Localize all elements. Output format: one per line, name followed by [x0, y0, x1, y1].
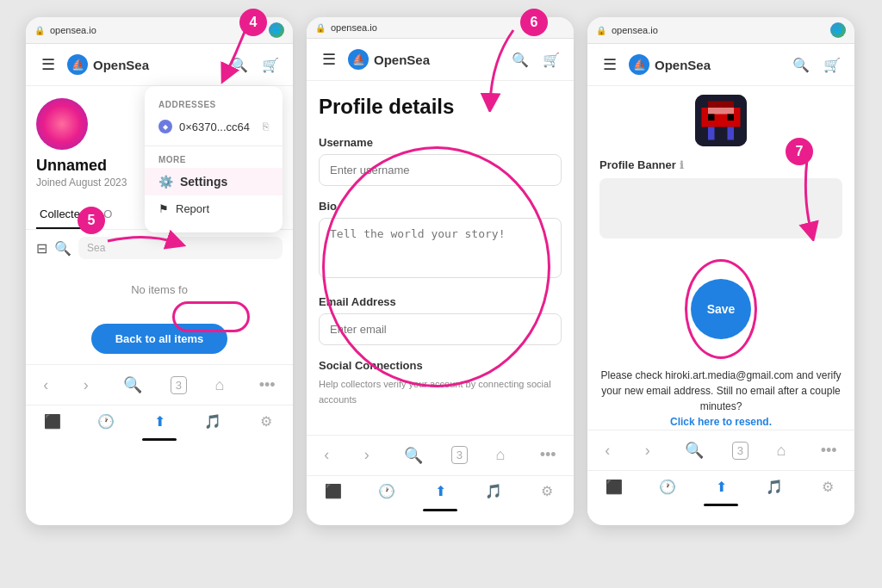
forward-nav-icon-2[interactable]: › — [357, 443, 376, 467]
search-nav-icon-3[interactable]: 🔍 — [678, 437, 711, 463]
bio-label: Bio — [319, 200, 562, 213]
report-menu-item[interactable]: ⚑ Report — [145, 195, 283, 222]
profile-banner-section: Profile Banner ℹ — [587, 146, 854, 251]
search-box-1[interactable]: Sea — [78, 237, 283, 259]
bio-group: Bio — [319, 200, 562, 282]
settings-icon: ⚙️ — [158, 175, 173, 189]
brand-label-1: OpenSea — [93, 58, 149, 72]
clock-tab-icon-3[interactable]: 🕐 — [657, 476, 678, 497]
nft-avatar-wrapper — [587, 86, 854, 146]
badge-nav-icon-2[interactable]: 3 — [451, 446, 468, 464]
cart-icon-nav-1[interactable]: 🛒 — [258, 53, 283, 77]
filter-icon-1[interactable]: ⊟ — [36, 240, 47, 257]
back-nav-icon-3[interactable]: ‹ — [598, 438, 617, 463]
profile-details-form: Profile details Username Bio Email Addre… — [307, 81, 574, 435]
music-tab-icon-3[interactable]: 🎵 — [764, 476, 785, 497]
page-wrapper: 4 🔒 opensea.io 🌐 ☰ ⛵ Open — [0, 0, 882, 588]
page-title-2: Profile details — [319, 95, 562, 119]
screen3-wrapper: 7 🔒 opensea.io 🌐 ☰ ⛵ Open — [587, 17, 854, 525]
settings-menu-item[interactable]: ⚙️ Settings — [145, 168, 283, 195]
lock-icon-1: 🔒 — [34, 26, 45, 35]
more-nav-icon-3[interactable]: ••• — [814, 438, 844, 463]
more-nav-icon[interactable]: ••• — [252, 373, 283, 398]
brand-label-3: OpenSea — [655, 58, 711, 72]
camera-tab-icon-2[interactable]: ⬛ — [323, 481, 344, 502]
email-confirm-text: Please check hiroki.art.media@gmail.com … — [587, 368, 854, 430]
search-row-1: ⊟ 🔍 Sea — [26, 230, 293, 266]
resend-link[interactable]: Click here to resend. — [670, 416, 772, 428]
search-icon-nav-1[interactable]: 🔍 — [227, 53, 252, 77]
forward-nav-icon[interactable]: › — [77, 373, 96, 398]
brand-label-2: OpenSea — [374, 53, 430, 67]
upload-tab-icon-3[interactable]: ⬆ — [711, 476, 731, 497]
browser-url-3: opensea.io — [612, 25, 825, 35]
search-icon-1[interactable]: 🔍 — [54, 240, 71, 257]
hamburger-icon-3[interactable]: ☰ — [598, 53, 622, 77]
search-icon-nav-2[interactable]: 🔍 — [508, 47, 532, 71]
tab-bar-indicator-2 — [423, 509, 457, 511]
home-nav-icon-3[interactable]: ⌂ — [769, 438, 792, 463]
svg-rect-5 — [728, 115, 735, 121]
lock-icon-2: 🔒 — [315, 23, 326, 33]
address-item[interactable]: ◆ 0×6370...cc64 ⎘ — [145, 113, 283, 140]
opensea-logo-icon-2: ⛵ — [348, 49, 369, 70]
dropdown-divider-1 — [145, 145, 283, 146]
back-to-all-items-button[interactable]: Back to all items — [91, 324, 228, 354]
camera-tab-icon-3[interactable]: ⬛ — [604, 476, 624, 497]
upload-tab-icon[interactable]: ⬆ — [149, 411, 170, 431]
badge-nav-icon-3[interactable]: 3 — [732, 442, 748, 460]
clock-tab-icon[interactable]: 🕐 — [96, 411, 116, 431]
banner-placeholder — [599, 178, 842, 238]
camera-tab-icon[interactable]: ⬛ — [42, 411, 63, 431]
hamburger-icon-2[interactable]: ☰ — [317, 47, 341, 71]
step6-circle: 6 — [520, 9, 548, 36]
tab-bar-indicator-1 — [142, 438, 177, 441]
search-nav-icon[interactable]: 🔍 — [116, 372, 149, 398]
bottom-nav-1: ‹ › 🔍 3 ⌂ ••• — [26, 364, 293, 405]
navbar-logo-3: ⛵ OpenSea — [629, 54, 711, 75]
browser-url-1: opensea.io — [50, 25, 264, 35]
navbar-logo-1: ⛵ OpenSea — [67, 54, 149, 75]
cart-icon-nav-2[interactable]: 🛒 — [539, 47, 563, 71]
dropdown-menu: ADDRESSES ◆ 0×6370...cc64 ⎘ MORE ⚙️ Sett… — [145, 86, 283, 232]
search-nav-icon-2[interactable]: 🔍 — [397, 443, 430, 468]
settings-tab-icon[interactable]: ⚙ — [256, 411, 276, 431]
more-nav-icon-2[interactable]: ••• — [533, 443, 563, 467]
svg-rect-6 — [708, 127, 715, 140]
tab-bar-1: ⬛ 🕐 ⬆ 🎵 ⚙ — [26, 405, 293, 435]
badge-nav-icon[interactable]: 3 — [171, 376, 187, 394]
forward-nav-icon-3[interactable]: › — [638, 438, 657, 463]
upload-tab-icon-2[interactable]: ⬆ — [430, 481, 450, 502]
home-nav-icon[interactable]: ⌂ — [208, 373, 231, 398]
music-tab-icon-2[interactable]: 🎵 — [483, 481, 504, 502]
cart-icon-nav-3[interactable]: 🛒 — [820, 53, 844, 77]
email-input[interactable] — [319, 313, 562, 345]
flag-icon: ⚑ — [158, 202, 169, 215]
globe-icon-1: 🌐 — [269, 22, 284, 38]
browser-bar-3: 🔒 opensea.io 🌐 — [587, 17, 854, 44]
search-icon-nav-3[interactable]: 🔍 — [789, 53, 813, 77]
settings-tab-icon-3[interactable]: ⚙ — [817, 476, 838, 497]
screen3-phone: 🔒 opensea.io 🌐 ☰ ⛵ OpenSea 🔍 🛒 — [587, 17, 854, 525]
music-tab-icon[interactable]: 🎵 — [202, 411, 223, 431]
lock-icon-3: 🔒 — [596, 26, 606, 35]
settings-tab-icon-2[interactable]: ⚙ — [537, 481, 557, 502]
info-icon: ℹ — [680, 159, 684, 171]
back-nav-icon-2[interactable]: ‹ — [317, 443, 336, 467]
navbar-logo-2: ⛵ OpenSea — [348, 49, 430, 70]
clock-tab-icon-2[interactable]: 🕐 — [376, 481, 397, 502]
profile-avatar-1 — [36, 98, 88, 150]
social-connections-group: Social Connections Help collectors verif… — [319, 359, 562, 407]
save-button[interactable]: Save — [691, 279, 751, 339]
step7-circle: 7 — [786, 138, 813, 165]
navbar-3: ☰ ⛵ OpenSea 🔍 🛒 — [587, 44, 854, 86]
hamburger-icon-1[interactable]: ☰ — [36, 53, 60, 77]
navbar-1: ☰ ⛵ OpenSea 🔍 🛒 — [26, 44, 293, 86]
email-group: Email Address — [319, 295, 562, 345]
home-nav-icon-2[interactable]: ⌂ — [488, 443, 512, 467]
no-items-text: No items fo — [26, 266, 293, 313]
bio-textarea[interactable] — [319, 218, 562, 278]
copy-icon[interactable]: ⎘ — [263, 121, 269, 133]
back-nav-icon[interactable]: ‹ — [36, 373, 55, 398]
username-input[interactable] — [319, 154, 562, 186]
